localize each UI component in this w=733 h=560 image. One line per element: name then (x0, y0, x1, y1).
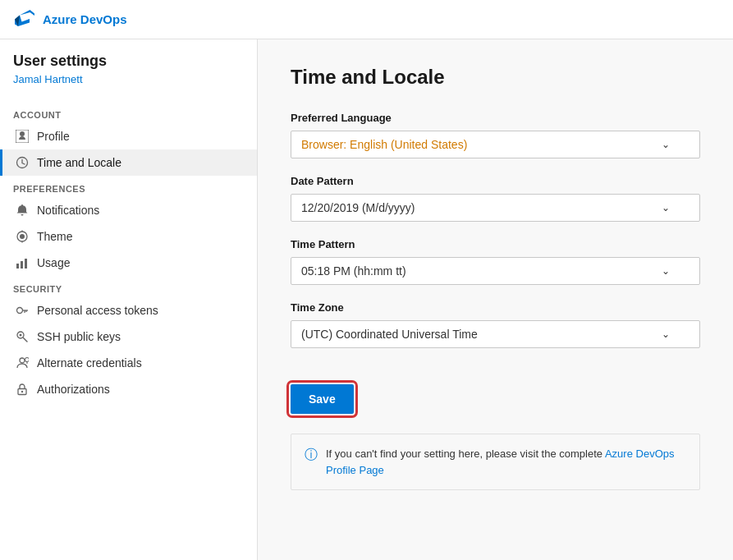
sidebar-item-personal-access-tokens[interactable]: Personal access tokens (0, 297, 257, 324)
ssh-icon (16, 330, 29, 343)
usage-icon (16, 256, 29, 269)
info-icon: ⓘ (305, 447, 318, 464)
sidebar-section-security: Security (0, 276, 257, 297)
info-text-before-link: If you can't find your setting here, ple… (326, 448, 605, 460)
clock-icon (16, 156, 29, 169)
topbar-app-title: Azure DevOps (43, 12, 127, 26)
time-zone-section: Time Zone (UTC) Coordinated Universal Ti… (291, 301, 700, 348)
sidebar-item-profile[interactable]: Profile (0, 123, 257, 149)
svg-point-15 (20, 358, 25, 363)
svg-point-3 (20, 234, 25, 239)
credentials-icon (16, 356, 29, 370)
sidebar-item-ssh-public-keys-label: SSH public keys (37, 330, 121, 343)
date-pattern-section: Date Pattern 12/20/2019 (M/d/yyyy) ⌄ (291, 175, 700, 222)
azure-devops-logo-icon (13, 8, 36, 31)
logo-container[interactable]: Azure DevOps (13, 8, 127, 31)
sidebar-item-theme-label: Theme (37, 230, 73, 243)
lock-icon (16, 383, 29, 396)
preferred-language-section: Preferred Language Browser: English (Uni… (291, 112, 700, 158)
sidebar-item-profile-label: Profile (37, 130, 70, 143)
svg-rect-7 (21, 261, 23, 269)
sidebar-item-time-and-locale-label: Time and Locale (37, 156, 121, 169)
sidebar-username[interactable]: Jamal Hartnett (13, 73, 244, 85)
theme-icon (16, 230, 29, 243)
date-pattern-value: 12/20/2019 (M/d/yyyy) (301, 201, 662, 214)
time-zone-value: (UTC) Coordinated Universal Time (301, 328, 662, 341)
date-pattern-select[interactable]: 12/20/2019 (M/d/yyyy) ⌄ (291, 194, 700, 222)
sidebar-item-notifications[interactable]: Notifications (0, 197, 257, 223)
topbar: Azure DevOps (0, 0, 733, 39)
info-box: ⓘ If you can't find your setting here, p… (291, 434, 700, 490)
time-zone-chevron-icon: ⌄ (662, 328, 670, 340)
page-title: Time and Locale (291, 66, 700, 89)
sidebar-section-account: Account (0, 102, 257, 123)
date-pattern-label: Date Pattern (291, 175, 700, 187)
svg-point-16 (25, 358, 30, 362)
profile-icon (16, 130, 29, 143)
main-content-area: Time and Locale Preferred Language Brows… (258, 39, 733, 560)
svg-rect-8 (25, 259, 27, 269)
time-pattern-chevron-icon: ⌄ (662, 265, 670, 277)
main-layout: User settings Jamal Hartnett Account Pro… (0, 39, 733, 560)
token-icon (16, 304, 29, 317)
svg-point-19 (21, 391, 23, 392)
preferred-language-value: Browser: English (United States) (301, 138, 662, 151)
sidebar-item-alternate-credentials[interactable]: Alternate credentials (0, 350, 257, 376)
preferred-language-chevron-icon: ⌄ (662, 139, 670, 150)
sidebar-item-usage[interactable]: Usage (0, 250, 257, 276)
sidebar-item-ssh-public-keys[interactable]: SSH public keys (0, 324, 257, 350)
sidebar-item-theme[interactable]: Theme (0, 223, 257, 250)
sidebar-item-usage-label: Usage (37, 256, 70, 269)
sidebar-item-time-and-locale[interactable]: Time and Locale (0, 149, 257, 176)
time-zone-select[interactable]: (UTC) Coordinated Universal Time ⌄ (291, 320, 700, 348)
svg-point-14 (20, 334, 22, 337)
save-button[interactable]: Save (291, 384, 354, 414)
notifications-icon (16, 204, 29, 217)
time-pattern-section: Time Pattern 05:18 PM (hh:mm tt) ⌄ (291, 238, 700, 285)
sidebar-item-authorizations[interactable]: Authorizations (0, 376, 257, 402)
sidebar-item-notifications-label: Notifications (37, 204, 99, 217)
time-pattern-value: 05:18 PM (hh:mm tt) (301, 264, 662, 278)
sidebar-item-personal-access-tokens-label: Personal access tokens (37, 304, 158, 317)
time-pattern-select[interactable]: 05:18 PM (hh:mm tt) ⌄ (291, 257, 700, 285)
sidebar-item-authorizations-label: Authorizations (37, 383, 110, 396)
sidebar-item-alternate-credentials-label: Alternate credentials (37, 356, 142, 370)
date-pattern-chevron-icon: ⌄ (662, 202, 670, 213)
sidebar-section-preferences: Preferences (0, 176, 257, 197)
info-text: If you can't find your setting here, ple… (326, 446, 686, 478)
sidebar: User settings Jamal Hartnett Account Pro… (0, 39, 258, 560)
time-zone-label: Time Zone (291, 301, 700, 314)
preferred-language-select[interactable]: Browser: English (United States) ⌄ (291, 131, 700, 158)
preferred-language-label: Preferred Language (291, 112, 700, 124)
sidebar-header: User settings Jamal Hartnett (0, 53, 257, 102)
svg-point-9 (17, 308, 23, 314)
time-pattern-label: Time Pattern (291, 238, 700, 250)
sidebar-heading: User settings (13, 53, 244, 70)
svg-rect-6 (16, 264, 19, 269)
